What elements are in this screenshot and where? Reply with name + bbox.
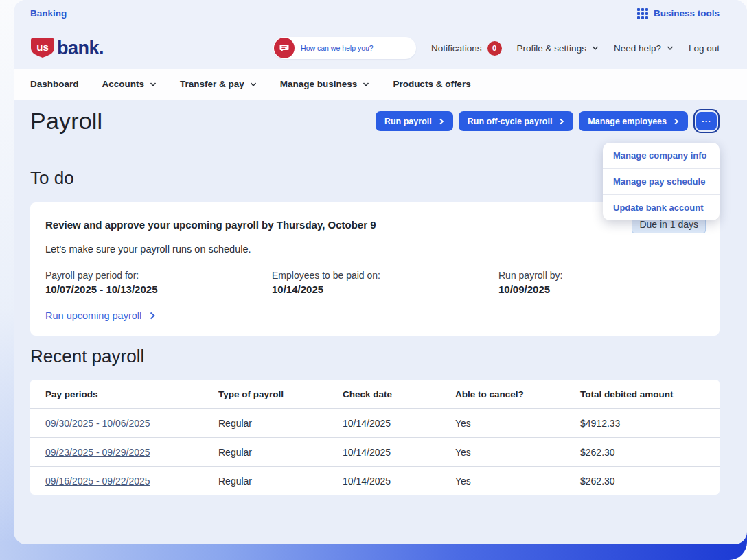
todo-card-title: Review and approve your upcoming payroll… (45, 219, 704, 231)
nav-item-products-offers[interactable]: Products & offers (393, 79, 470, 89)
pay-period-link[interactable]: 09/30/2025 - 10/06/2025 (45, 418, 150, 429)
todo-card-subtitle: Let’s make sure your payroll runs on sch… (45, 244, 704, 255)
logo-bank-text: bank. (57, 38, 104, 59)
banking-link[interactable]: Banking (30, 8, 67, 19)
chevron-down-icon (667, 45, 674, 51)
todo-fields: Payroll pay period for: 10/07/2025 - 10/… (45, 270, 704, 295)
usbank-shield-icon: us (30, 38, 55, 58)
chevron-right-icon (439, 118, 444, 125)
run-payroll-button[interactable]: Run payroll (376, 111, 453, 131)
manage-employees-button[interactable]: Manage employees (579, 111, 688, 131)
top-strip: Banking Business tools (14, 0, 747, 27)
chevron-right-icon (559, 118, 564, 125)
todo-card: Due in 1 days Review and approve your up… (30, 202, 720, 336)
col-amount: Total debited amount (580, 389, 720, 399)
business-tools-label: Business tools (654, 8, 720, 19)
chevron-down-icon (150, 81, 157, 88)
primary-nav: Dashboard Accounts Transfer & pay Manage… (14, 69, 747, 100)
col-pay-periods: Pay periods (45, 389, 218, 399)
nav-item-manage-business[interactable]: Manage business (280, 79, 370, 89)
chevron-down-icon (250, 81, 257, 88)
pay-period-link[interactable]: 09/23/2025 - 09/29/2025 (45, 447, 150, 458)
field-pay-period: Payroll pay period for: 10/07/2025 - 10/… (45, 270, 272, 295)
help-search-pill[interactable]: How can we help you? (273, 37, 416, 59)
chevron-down-icon (592, 45, 599, 51)
recent-payroll-table: Pay periods Type of payroll Check date A… (30, 380, 720, 495)
page-title-row: Payroll Run payroll Run off-cycle payrol… (30, 108, 720, 135)
logout-label: Log out (689, 43, 720, 54)
recent-payroll-heading: Recent payroll (30, 346, 720, 367)
logo-dot: . (99, 38, 104, 58)
notifications-count-badge: 0 (487, 41, 502, 56)
need-help-dropdown[interactable]: Need help? (614, 43, 674, 54)
content-bottom-spacer (30, 495, 720, 533)
business-tools-link[interactable]: Business tools (637, 8, 720, 19)
banking-label: Banking (30, 8, 67, 19)
table-body: 09/30/2025 - 10/06/2025 Regular 10/14/20… (30, 408, 720, 495)
nav-item-accounts[interactable]: Accounts (102, 79, 157, 89)
menu-item-update-bank-account[interactable]: Update bank account (603, 194, 720, 220)
header: us bank. How can we help you? Notificati… (14, 27, 747, 69)
field-run-payroll-by: Run payroll by: 10/09/2025 (498, 270, 704, 295)
more-actions-button[interactable]: ... (696, 112, 717, 130)
svg-text:us: us (36, 41, 49, 53)
col-type: Type of payroll (218, 389, 343, 399)
more-actions-menu: Manage company info Manage pay schedule … (603, 143, 720, 220)
banking-app-window: Banking Business tools us bank. (14, 0, 747, 544)
col-check-date: Check date (343, 389, 455, 399)
header-right-group: How can we help you? Notifications 0 Pro… (273, 37, 720, 59)
menu-item-manage-company-info[interactable]: Manage company info (603, 143, 720, 168)
usbank-logo[interactable]: us bank. (30, 38, 104, 59)
pay-period-link[interactable]: 09/16/2025 - 09/22/2025 (45, 476, 150, 487)
chevron-down-icon (363, 81, 369, 88)
grid-icon (637, 8, 648, 19)
need-help-label: Need help? (614, 43, 661, 54)
more-actions-focus-ring: ... (693, 109, 720, 133)
help-pill-text: How can we help you? (301, 44, 374, 52)
menu-item-manage-pay-schedule[interactable]: Manage pay schedule (603, 168, 720, 194)
chevron-right-icon (150, 312, 155, 320)
payroll-actions: Run payroll Run off-cycle payroll Manage… (376, 109, 720, 133)
nav-item-transfer-pay[interactable]: Transfer & pay (180, 79, 257, 89)
nav-item-dashboard[interactable]: Dashboard (30, 79, 79, 89)
payroll-content: Payroll Run payroll Run off-cycle payrol… (14, 100, 747, 533)
field-employees-paid-on: Employees to be paid on: 10/14/2025 (272, 270, 498, 295)
page-title: Payroll (30, 108, 102, 135)
col-cancelable: Able to cancel? (455, 389, 580, 399)
table-row: 09/30/2025 - 10/06/2025 Regular 10/14/20… (30, 408, 720, 437)
profile-settings-dropdown[interactable]: Profile & settings (517, 43, 599, 54)
run-upcoming-payroll-link[interactable]: Run upcoming payroll (45, 310, 155, 321)
logout-button[interactable]: Log out (689, 43, 720, 54)
table-row: 09/16/2025 - 09/22/2025 Regular 10/14/20… (30, 466, 720, 495)
notifications-button[interactable]: Notifications 0 (431, 41, 502, 56)
chat-assistant-icon (274, 38, 295, 58)
run-off-cycle-payroll-button[interactable]: Run off-cycle payroll (459, 111, 574, 131)
notifications-label: Notifications (431, 43, 482, 54)
table-header-row: Pay periods Type of payroll Check date A… (30, 380, 720, 408)
chevron-right-icon (674, 118, 679, 125)
table-row: 09/23/2025 - 09/29/2025 Regular 10/14/20… (30, 437, 720, 466)
profile-settings-label: Profile & settings (517, 43, 586, 54)
